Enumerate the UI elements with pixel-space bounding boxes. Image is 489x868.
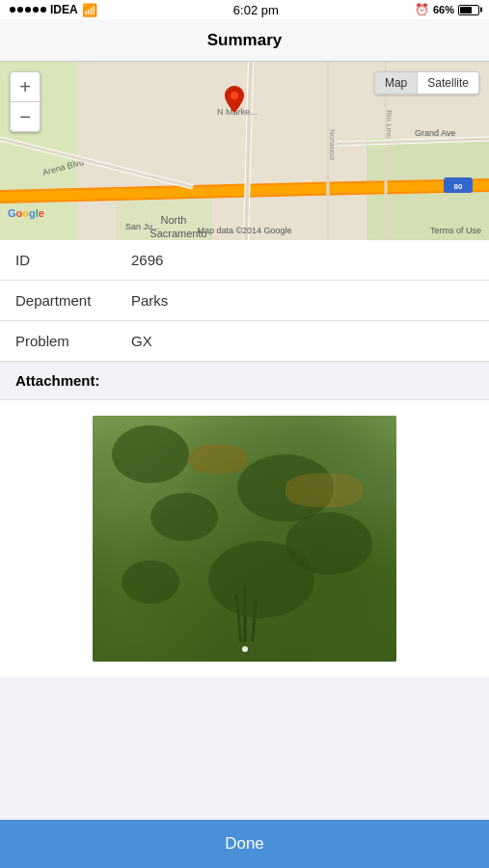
attachment-image <box>93 416 396 662</box>
map-pin <box>225 86 244 113</box>
carrier-name: IDEA <box>50 3 78 16</box>
map-terms: Terms of Use <box>430 226 481 235</box>
status-right: ⏰ 66% <box>415 3 479 16</box>
zoom-in-button[interactable]: + <box>11 72 40 101</box>
svg-text:80: 80 <box>454 182 463 191</box>
detail-content: ID 2696 Department Parks Problem GX <box>0 240 489 362</box>
svg-text:North: North <box>161 214 187 226</box>
svg-text:Norwood: Norwood <box>328 129 337 160</box>
attachment-title: Attachment: <box>15 372 100 389</box>
battery-percent: 66% <box>433 4 454 15</box>
detail-row-department: Department Parks <box>0 281 489 321</box>
signal-strength <box>10 7 46 13</box>
status-time: 6:02 pm <box>233 3 279 17</box>
map-type-satellite-button[interactable]: Satellite <box>418 72 478 94</box>
id-label: ID <box>15 252 131 268</box>
problem-value: GX <box>131 333 152 349</box>
map-container[interactable]: 80 Arena Blvd N Marke... Norwood Rio Lin… <box>0 62 489 240</box>
attachment-area <box>0 400 489 677</box>
attachment-header: Attachment: <box>0 362 489 400</box>
zoom-out-button[interactable]: − <box>11 102 40 131</box>
map-type-selector[interactable]: Map Satellite <box>374 71 479 95</box>
department-label: Department <box>15 292 131 309</box>
grass-background <box>93 416 396 662</box>
status-bar: IDEA 📶 6:02 pm ⏰ 66% <box>0 0 489 19</box>
svg-point-23 <box>231 92 238 99</box>
problem-label: Problem <box>15 333 131 349</box>
navigation-bar: Summary <box>0 19 489 62</box>
page-title: Summary <box>207 31 282 50</box>
map-attribution: Map data ©2014 Google <box>0 226 489 235</box>
battery-indicator <box>458 5 479 15</box>
map-type-map-button[interactable]: Map <box>375 72 417 94</box>
id-value: 2696 <box>131 252 163 268</box>
department-value: Parks <box>131 292 168 309</box>
done-button[interactable]: Done <box>0 820 489 868</box>
detail-row-id: ID 2696 <box>0 240 489 281</box>
map-zoom-controls[interactable]: + − <box>10 71 41 132</box>
image-indicator-dot <box>242 646 248 652</box>
alarm-icon: ⏰ <box>415 3 429 16</box>
svg-text:Grand Ave: Grand Ave <box>415 128 455 138</box>
wifi-icon: 📶 <box>82 3 97 17</box>
svg-text:Rio Linc: Rio Linc <box>385 110 394 138</box>
google-logo: Google <box>8 203 44 221</box>
detail-row-problem: Problem GX <box>0 321 489 362</box>
status-left: IDEA 📶 <box>10 3 97 17</box>
